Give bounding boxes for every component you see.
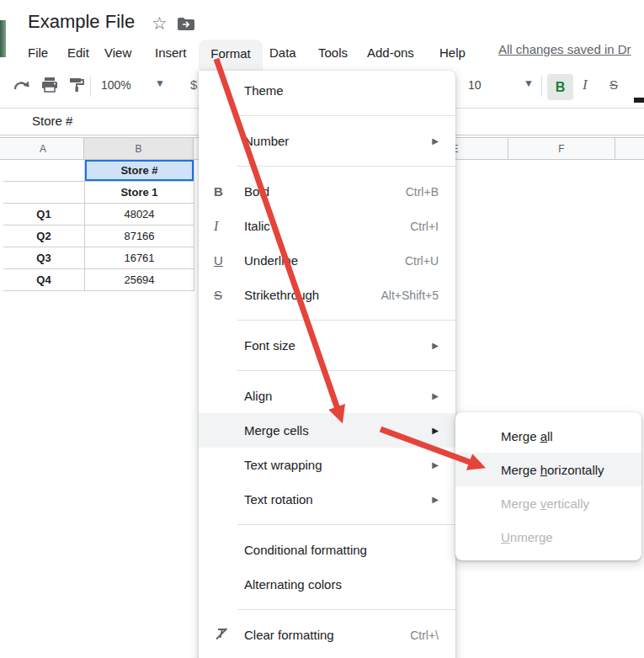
menu-separator (237, 166, 455, 167)
cell-a3[interactable]: Q1 (3, 204, 85, 226)
menu-tools[interactable]: Tools (318, 42, 348, 64)
submenu-arrow-icon: ▶ (432, 426, 439, 435)
cell-b1-selected[interactable]: Store # (85, 160, 194, 182)
cell-b2[interactable]: Store 1 (85, 182, 194, 204)
menu-item-align[interactable]: Align ▶ (199, 379, 455, 413)
redo-icon[interactable] (12, 76, 32, 99)
menu-file[interactable]: File (28, 42, 48, 64)
italic-icon: I (214, 219, 244, 234)
menu-item-label: Align (244, 389, 272, 403)
menu-item-number[interactable]: Number ▶ (199, 124, 455, 158)
currency-format-button[interactable]: $ (190, 77, 197, 92)
shortcut-label: Ctrl+B (406, 185, 439, 199)
formula-bar-value: Store # (32, 114, 72, 128)
menu-item-text-wrapping[interactable]: Text wrapping ▶ (199, 448, 455, 482)
menu-item-strikethrough[interactable]: S Strikethrough Alt+Shift+5 (199, 278, 455, 312)
cell-a1[interactable] (3, 160, 85, 182)
menu-item-conditional-formatting[interactable]: Conditional formatting (199, 533, 455, 567)
cell-a4[interactable]: Q2 (3, 226, 85, 247)
submenu-item-unmerge: Unmerge (455, 520, 641, 554)
toolbar-divider (90, 77, 91, 97)
menu-item-label: Text wrapping (244, 458, 322, 472)
zoom-select[interactable]: 100% (101, 78, 131, 92)
save-status-link[interactable]: All changes saved in Dr (498, 42, 644, 56)
cell-a6[interactable]: Q4 (3, 269, 85, 291)
menu-separator (237, 609, 455, 610)
sheets-logo-icon (0, 20, 6, 57)
menu-item-text-rotation[interactable]: Text rotation ▶ (199, 482, 455, 517)
toolbar-divider (541, 77, 542, 97)
submenu-item-label: Unmerge (501, 530, 553, 544)
column-header-a[interactable]: A (3, 137, 84, 160)
caret-down-icon[interactable]: ▼ (524, 77, 534, 89)
menu-item-label: Underline (244, 253, 298, 268)
document-title[interactable]: Example File (28, 11, 135, 33)
submenu-item-label: Merge vertically (501, 496, 589, 511)
submenu-arrow-icon: ▶ (432, 460, 439, 470)
bold-button[interactable]: B (547, 74, 573, 100)
menu-item-underline[interactable]: U Underline Ctrl+U (199, 243, 455, 278)
move-to-folder-icon[interactable] (177, 17, 195, 34)
italic-button[interactable]: I (583, 77, 588, 93)
menu-item-font-size[interactable]: Font size ▶ (199, 328, 455, 363)
menu-item-label: Bold (244, 184, 269, 199)
column-header-f[interactable]: F (508, 137, 615, 160)
menu-item-label: Clear formatting (244, 628, 334, 642)
column-header-g[interactable] (615, 137, 644, 160)
submenu-item-merge-horizontally[interactable]: Merge horizontally (455, 453, 641, 486)
shortcut-label: Ctrl+I (410, 220, 439, 233)
menu-item-label: Number (244, 134, 289, 148)
submenu-arrow-icon: ▶ (432, 495, 439, 504)
clear-formatting-icon (214, 626, 244, 644)
shortcut-label: Ctrl+U (405, 254, 439, 268)
submenu-item-merge-all[interactable]: Merge all (455, 419, 641, 453)
menu-separator (237, 115, 455, 116)
menu-item-merge-cells[interactable]: Merge cells ▶ (199, 413, 455, 448)
menu-item-label: Font size (244, 338, 295, 353)
bold-icon: B (214, 184, 244, 199)
menu-separator (237, 320, 455, 321)
font-size-select[interactable]: 10 (468, 78, 482, 92)
column-header-b[interactable]: B (84, 137, 194, 160)
menu-separator (237, 370, 455, 371)
strikethrough-icon: S (214, 288, 244, 302)
submenu-arrow-icon: ▶ (432, 136, 439, 146)
merge-cells-submenu: Merge all Merge horizontally Merge verti… (455, 412, 641, 560)
caret-down-icon[interactable]: ▼ (155, 77, 165, 89)
menu-item-bold[interactable]: B Bold Ctrl+B (199, 174, 455, 209)
text-color-icon[interactable] (634, 98, 644, 103)
menu-item-label: Italic (244, 219, 270, 233)
submenu-arrow-icon: ▶ (432, 341, 439, 350)
cell-b5[interactable]: 16761 (85, 247, 194, 269)
menu-edit[interactable]: Edit (67, 42, 89, 64)
format-menu-dropdown: Theme Number ▶ B Bold Ctrl+B I Italic Ct… (199, 71, 455, 658)
cell-b4[interactable]: 87166 (85, 226, 194, 247)
star-icon[interactable]: ☆ (152, 13, 168, 34)
menu-item-label: Theme (244, 83, 284, 98)
submenu-arrow-icon: ▶ (432, 391, 439, 401)
cell-a2[interactable] (3, 182, 85, 204)
menu-separator (237, 524, 455, 525)
cell-b6[interactable]: 25694 (85, 269, 194, 291)
menu-view[interactable]: View (104, 42, 131, 64)
menu-item-italic[interactable]: I Italic Ctrl+I (199, 209, 455, 243)
menu-format[interactable]: Format (199, 40, 263, 71)
paint-format-icon[interactable] (67, 76, 86, 98)
cell-a5[interactable]: Q3 (3, 247, 85, 269)
cell-b3[interactable]: 48024 (85, 204, 194, 226)
menu-insert[interactable]: Insert (155, 42, 187, 64)
menu-addons[interactable]: Add-ons (367, 42, 414, 64)
menu-data[interactable]: Data (269, 42, 296, 64)
menu-help[interactable]: Help (439, 42, 466, 64)
menu-item-label: Strikethrough (244, 288, 319, 302)
menu-item-alternating-colors[interactable]: Alternating colors (199, 567, 455, 602)
menu-item-label: Alternating colors (244, 577, 342, 592)
shortcut-label: Ctrl+\ (410, 629, 439, 642)
shortcut-label: Alt+Shift+5 (381, 289, 439, 302)
print-icon[interactable] (40, 76, 59, 98)
submenu-item-label: Merge horizontally (501, 463, 604, 477)
submenu-item-label: Merge all (501, 429, 553, 443)
strikethrough-button[interactable]: S (609, 77, 618, 92)
menu-item-clear-formatting[interactable]: Clear formatting Ctrl+\ (199, 618, 455, 652)
menu-item-theme[interactable]: Theme (199, 73, 455, 108)
